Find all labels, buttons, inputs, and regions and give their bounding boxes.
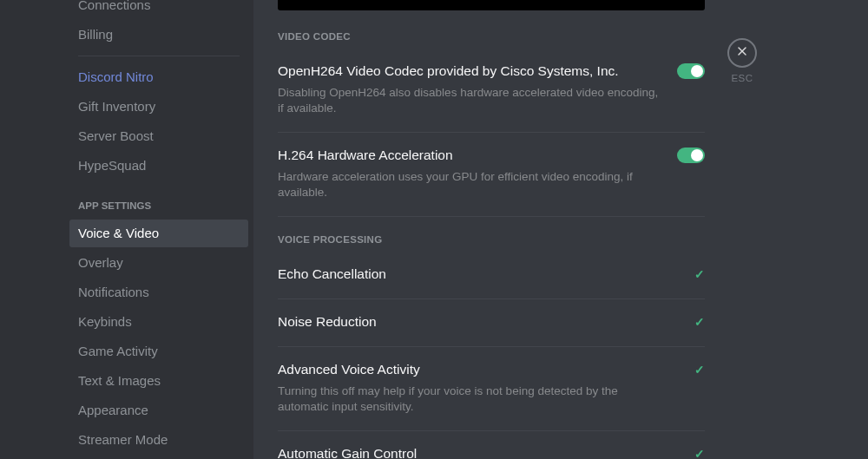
preview-block <box>278 0 705 10</box>
section-header-voice-processing: VOICE PROCESSING <box>278 217 687 252</box>
sidebar-item-voice-video[interactable]: Voice & Video <box>69 220 248 247</box>
sidebar-item-streamer-mode[interactable]: Streamer Mode <box>69 426 248 454</box>
setting-echo-cancellation: Echo Cancellation ✓ <box>278 252 705 298</box>
sidebar-item-billing[interactable]: Billing <box>69 21 248 49</box>
esc-label: ESC <box>727 73 757 83</box>
toggle-hw-accel[interactable] <box>677 148 705 163</box>
setting-desc: Hardware acceleration uses your GPU for … <box>278 169 660 200</box>
sidebar-separator <box>78 56 240 56</box>
setting-title: Noise Reduction <box>278 313 377 331</box>
sidebar-item-language[interactable]: Language <box>69 456 248 459</box>
sidebar-item-connections[interactable]: Connections <box>69 0 248 19</box>
sidebar-item-notifications[interactable]: Notifications <box>69 279 248 306</box>
setting-noise-reduction: Noise Reduction ✓ <box>278 298 705 346</box>
setting-title: H.264 Hardware Acceleration <box>278 147 453 164</box>
sidebar-item-server-boost[interactable]: Server Boost <box>69 122 248 150</box>
setting-hw-accel: H.264 Hardware Acceleration Hardware acc… <box>278 132 705 216</box>
setting-desc: Turning this off may help if your voice … <box>278 384 660 415</box>
close-button[interactable] <box>727 38 757 68</box>
setting-openh264: OpenH264 Video Codec provided by Cisco S… <box>278 49 705 132</box>
sidebar-item-gift-inventory[interactable]: Gift Inventory <box>69 93 248 121</box>
check-icon[interactable]: ✓ <box>694 315 705 329</box>
setting-title: Echo Cancellation <box>278 266 386 283</box>
setting-title: Advanced Voice Activity <box>278 361 420 378</box>
sidebar-item-text-images[interactable]: Text & Images <box>69 367 248 395</box>
sidebar-item-hypesquad[interactable]: HypeSquad <box>69 152 248 180</box>
check-icon[interactable]: ✓ <box>694 447 705 459</box>
sidebar-item-overlay[interactable]: Overlay <box>69 249 248 277</box>
setting-advanced-voice-activity: Advanced Voice Activity ✓ Turning this o… <box>278 346 705 430</box>
close-wrap: ESC <box>727 38 757 83</box>
sidebar-item-keybinds[interactable]: Keybinds <box>69 308 248 336</box>
settings-content: ESC VIDEO CODEC OpenH264 Video Codec pro… <box>253 0 868 459</box>
sidebar-header-app-settings: APP SETTINGS <box>69 181 248 218</box>
check-icon[interactable]: ✓ <box>694 267 705 281</box>
setting-automatic-gain-control: Automatic Gain Control ✓ <box>278 430 705 459</box>
setting-title: Automatic Gain Control <box>278 445 417 459</box>
sidebar-item-discord-nitro[interactable]: Discord Nitro <box>69 63 248 91</box>
sidebar-item-appearance[interactable]: Appearance <box>69 397 248 424</box>
toggle-openh264[interactable] <box>677 63 705 79</box>
setting-title: OpenH264 Video Codec provided by Cisco S… <box>278 62 619 80</box>
close-icon <box>735 44 749 62</box>
section-header-video-codec: VIDEO CODEC <box>278 14 687 49</box>
sidebar-item-game-activity[interactable]: Game Activity <box>69 338 248 365</box>
setting-desc: Disabling OpenH264 also disables hardwar… <box>278 85 660 116</box>
check-icon[interactable]: ✓ <box>694 363 705 377</box>
settings-sidebar: Connections Billing Discord Nitro Gift I… <box>0 0 253 459</box>
